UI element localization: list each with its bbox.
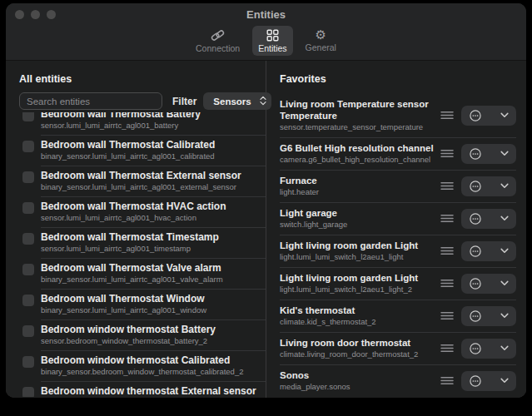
ellipsis-circle-icon bbox=[469, 374, 482, 388]
window-title: Entities bbox=[6, 3, 526, 27]
favorite-row: Light garage switch.light_garage bbox=[280, 203, 516, 235]
chevron-down-icon[interactable] bbox=[500, 313, 509, 319]
traffic-lights bbox=[15, 10, 56, 19]
ellipsis-circle-icon bbox=[469, 277, 482, 290]
favorite-row: Sonos media_player.sonos bbox=[280, 365, 516, 397]
entity-row: Bedroom wall Thermostat Calibrated binar… bbox=[19, 136, 266, 166]
favorite-menu-button[interactable] bbox=[461, 106, 516, 126]
entity-checkbox[interactable] bbox=[22, 295, 34, 306]
favorite-menu-button[interactable] bbox=[461, 241, 516, 261]
chevron-down-icon[interactable] bbox=[500, 280, 509, 286]
entity-text: Bedroom window thermostat Battery sensor… bbox=[41, 324, 266, 351]
chevron-down-icon[interactable] bbox=[500, 215, 509, 221]
favorite-menu-button[interactable] bbox=[461, 274, 516, 294]
favorites-header: Favorites bbox=[280, 73, 516, 85]
entity-title: Bedroom wall Thermostat Calibrated bbox=[41, 139, 266, 151]
drag-handle-icon[interactable] bbox=[440, 111, 454, 120]
drag-handle-icon[interactable] bbox=[440, 181, 454, 191]
ellipsis-circle-icon bbox=[469, 109, 482, 122]
favorite-menu-button[interactable] bbox=[461, 176, 516, 196]
ellipsis-circle-icon bbox=[469, 180, 482, 193]
favorite-id: climate.kid_s_thermostat_2 bbox=[280, 317, 435, 327]
favorite-id: light.lumi_lumi_switch_l2aeu1_light bbox=[280, 252, 435, 262]
entity-title: Bedroom window thermostat External senso… bbox=[41, 385, 266, 397]
favorite-id: media_player.sonos bbox=[280, 382, 435, 392]
favorite-title: Living room door thermostat bbox=[280, 337, 435, 349]
chevron-down-icon[interactable] bbox=[500, 112, 509, 118]
favorite-text: Furnace light.heater bbox=[280, 175, 435, 197]
link-icon bbox=[210, 28, 226, 42]
favorite-menu-button[interactable] bbox=[461, 144, 516, 164]
favorites-list: Living room Temperature sensor Temperatu… bbox=[280, 94, 516, 397]
favorites-panel: Favorites Living room Temperature sensor… bbox=[266, 61, 526, 398]
favorite-title: Kid's thermostat bbox=[280, 305, 435, 316]
close-button[interactable] bbox=[15, 10, 24, 19]
entity-title: Bedroom wall Thermostat Battery bbox=[41, 112, 266, 120]
drag-handle-icon[interactable] bbox=[440, 344, 454, 353]
chevron-down-icon[interactable] bbox=[500, 378, 509, 384]
gear-icon: ⚙ bbox=[316, 28, 326, 42]
entity-text: Bedroom wall Thermostat External sensor … bbox=[41, 170, 266, 197]
chevron-down-icon[interactable] bbox=[500, 151, 509, 156]
drag-handle-icon[interactable] bbox=[440, 279, 454, 288]
entity-checkbox[interactable] bbox=[22, 202, 34, 214]
entity-row: Bedroom wall Thermostat Battery sensor.l… bbox=[19, 112, 266, 136]
drag-handle-icon[interactable] bbox=[440, 376, 454, 385]
entity-checkbox[interactable] bbox=[22, 387, 34, 397]
chevron-down-icon[interactable] bbox=[500, 345, 509, 351]
entity-title: Bedroom wall Thermostat Window bbox=[41, 293, 266, 305]
favorite-menu-button[interactable] bbox=[461, 371, 516, 391]
favorite-row: Light living room garden Light light.lum… bbox=[280, 235, 516, 268]
favorite-row: Light living room garden Light light.lum… bbox=[280, 268, 516, 300]
filter-select[interactable]: Sensors bbox=[203, 92, 271, 110]
drag-handle-icon[interactable] bbox=[440, 149, 454, 158]
tab-entities-label: Entities bbox=[258, 43, 286, 53]
toolbar: Connection Entities ⚙ bbox=[6, 25, 526, 60]
drag-handle-icon[interactable] bbox=[440, 246, 454, 255]
entity-checkbox[interactable] bbox=[22, 356, 34, 368]
favorite-text: Living room door thermostat climate.livi… bbox=[280, 337, 435, 359]
entity-checkbox[interactable] bbox=[22, 264, 34, 275]
favorite-menu-button[interactable] bbox=[461, 209, 516, 229]
favorite-title: Light living room garden Light bbox=[280, 240, 435, 251]
entity-list-viewport: Bedroom wall Thermostat Battery sensor.l… bbox=[19, 112, 266, 397]
favorite-title: G6 Bullet High resolution channel bbox=[280, 142, 435, 154]
entity-id: sensor.lumi_lumi_airrtc_agl001_timestamp bbox=[41, 244, 266, 254]
ellipsis-circle-icon bbox=[469, 342, 482, 355]
drag-handle-icon[interactable] bbox=[440, 311, 454, 320]
favorite-title: Light garage bbox=[280, 207, 435, 219]
chevron-down-icon[interactable] bbox=[500, 183, 509, 189]
favorite-row: Living room Temperature sensor Temperatu… bbox=[280, 94, 516, 138]
chevron-down-icon[interactable] bbox=[500, 248, 509, 254]
entity-id: sensor.lumi_lumi_airrtc_agl001_battery bbox=[41, 121, 266, 131]
tab-general[interactable]: ⚙ General bbox=[300, 26, 342, 55]
entity-row: Bedroom wall Thermostat Timestamp sensor… bbox=[19, 228, 266, 259]
entity-text: Bedroom wall Thermostat Window binary_se… bbox=[41, 293, 266, 320]
drag-handle-icon[interactable] bbox=[440, 214, 454, 223]
entity-id: binary_sensor.lumi_lumi_airrtc_agl001_va… bbox=[41, 275, 266, 285]
entity-row: Bedroom wall Thermostat Window binary_se… bbox=[19, 290, 266, 320]
entity-checkbox[interactable] bbox=[22, 141, 34, 152]
entity-title: Bedroom wall Thermostat External sensor bbox=[41, 170, 266, 181]
favorite-text: Sonos media_player.sonos bbox=[280, 369, 435, 392]
favorite-menu-button[interactable] bbox=[461, 306, 516, 326]
favorite-menu-button[interactable] bbox=[461, 339, 516, 359]
favorite-title: Sonos bbox=[280, 369, 435, 381]
search-input[interactable] bbox=[19, 92, 162, 110]
entity-id: binary_sensor.bedroom_window_thermostat_… bbox=[41, 367, 266, 377]
main-content: All entities Filter Sensors bbox=[6, 61, 526, 398]
minimize-button[interactable] bbox=[31, 10, 40, 19]
entity-checkbox[interactable] bbox=[22, 112, 34, 121]
tab-connection[interactable]: Connection bbox=[190, 26, 246, 56]
entity-checkbox[interactable] bbox=[22, 325, 34, 337]
window-chrome: Entities Connection bbox=[6, 3, 526, 61]
entity-checkbox[interactable] bbox=[22, 171, 34, 183]
favorite-text: Light living room garden Light light.lum… bbox=[280, 240, 435, 262]
favorite-row: G6 Bullet High resolution channel camera… bbox=[280, 138, 516, 171]
entity-text: Bedroom window thermostat Calibrated bin… bbox=[41, 354, 266, 382]
favorite-id: light.heater bbox=[280, 187, 435, 197]
grid-icon bbox=[266, 28, 280, 42]
entity-checkbox[interactable] bbox=[22, 233, 34, 245]
tab-entities[interactable]: Entities bbox=[252, 26, 292, 56]
zoom-button[interactable] bbox=[47, 10, 56, 19]
